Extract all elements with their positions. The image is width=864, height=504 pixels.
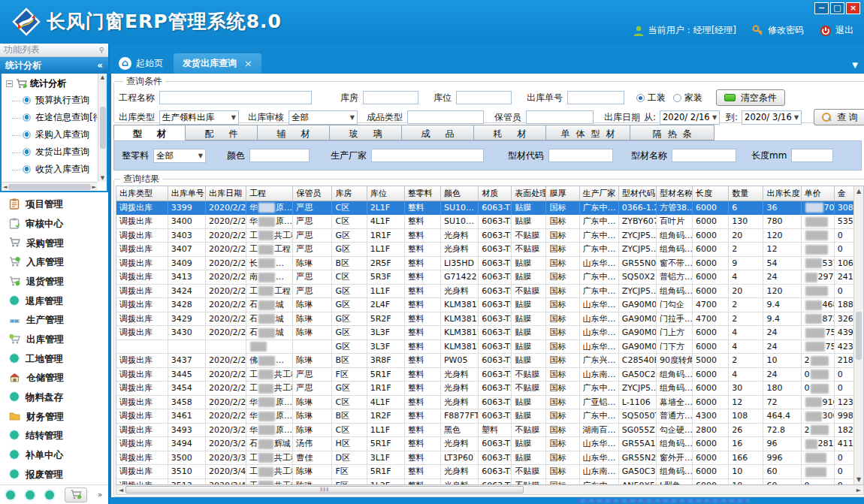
table-row[interactable]: 调拨出库35102020/3/4工共工程陈琳F区5R1F整料光身料6063-T5… [116,465,863,479]
table-row[interactable]: 调拨出库35122020/3/4工共工程陈琳F区1L2F整料光身料6063-T5… [116,478,863,484]
date-to-picker[interactable]: 2020/ 3/16▼ [742,110,802,125]
table-vertical-scrollbar[interactable]: ▲▼ [853,186,863,484]
color-input[interactable] [249,149,310,162]
table-row[interactable]: 调拨出库34002020/2/25华原…严思C区4L1F整料SU10…6063-… [116,215,863,229]
table-row[interactable]: G区3L3F整料KLM38176063-T5贴膜国标山东华…GA90M09.门下… [116,340,863,354]
project-name-input[interactable] [159,91,312,104]
table-row[interactable]: 调拨出库34092020/2/25长…陈琳B区2R5F整料LI35HD6063-… [116,256,863,270]
search-button[interactable]: 查 询 [814,109,864,125]
table-row[interactable]: 调拨出库34612020/2/28华原…陈琳B区1R2F整料F8877FT606… [116,409,863,424]
change-password[interactable]: 修改密码 [752,24,804,37]
sidebar-item-项目管理[interactable]: 项目管理 [0,195,108,215]
tab-close-icon[interactable]: × [244,58,252,69]
table-row[interactable]: 调拨出库34302020/2/26石城陈琳G区3L3F整料KLM38176063… [116,326,863,340]
column-header[interactable]: 出库单号 [168,186,205,201]
scroll-left-icon[interactable]: ◄ [119,487,123,493]
zhengling-select[interactable]: 全部▼ [153,149,206,163]
scroll-up-icon[interactable]: ▲ [101,74,104,80]
tab-overflow-chevron-icon[interactable]: ▼ [852,61,858,69]
tree-vertical-scrollbar[interactable]: ▲▼ [98,74,107,182]
product-type-input[interactable] [407,110,484,124]
warehouse-input[interactable] [363,91,418,104]
sidebar-item-审核中心[interactable]: 审核中心 [0,215,108,234]
table-row[interactable]: 调拨出库34132020/2/26南…严思C区5R3F整料G714226063-… [116,270,863,285]
column-header[interactable]: 出库日期 [205,186,246,201]
horizontal-scroll-thumb[interactable]: ⦀⦀⦀ [125,486,524,493]
table-horizontal-scrollbar[interactable]: ◄ ⦀⦀⦀ ► [116,484,864,495]
scroll-right-icon[interactable]: ► [856,487,861,493]
sidebar-item-工地管理[interactable]: 工地管理 [0,349,108,369]
scroll-up-icon[interactable]: ▲ [856,188,861,195]
out-audit-select[interactable]: 全部▼ [289,110,358,125]
table-row[interactable]: 调拨出库35002020/3/3工共工程曹佳D区3L1F整料LT3P606063… [116,451,863,465]
profile-code-input[interactable] [548,149,613,162]
sidebar-item-采购管理[interactable]: 采购管理 [0,234,108,253]
table-row[interactable]: 调拨出库34372020/2/27佛…陈琳B区3R8F整料PW056063-T5… [116,354,863,368]
sidebar-item-生产管理[interactable]: 生产管理 [0,311,108,330]
pin-icon[interactable]: ⚲ [99,46,104,54]
cart-module-button[interactable] [65,487,87,502]
column-header[interactable]: 库位 [367,186,404,201]
tab-shipping-outbound-query[interactable]: 发货出库查询 × [174,53,261,74]
column-header[interactable]: 颜色 [440,186,478,201]
scroll-left-icon[interactable]: ◄ [3,184,7,190]
column-header[interactable]: 单价 [801,186,834,201]
sidebar-item-补单中心[interactable]: 补单中心 [0,446,108,466]
tab-home[interactable]: ⌂ 起始页 [113,53,174,74]
tree-item[interactable]: 采购入库查询 [3,126,97,143]
scroll-down-icon[interactable]: ▼ [101,175,104,181]
sidebar-item-物料盘存[interactable]: 物料盘存 [0,388,108,408]
location-input[interactable] [456,91,512,104]
table-row[interactable]: 调拨出库34932020/3/2华原…陈琳C区1L1F整料黑色塑料不贴膜国标湖南… [116,423,863,437]
column-header[interactable]: 长度 [693,186,729,201]
date-from-picker[interactable]: 2020/ 2/16▼ [660,110,720,125]
out-type-select[interactable]: 生产领料出库▼ [159,110,239,125]
tree-root-statistics[interactable]: − 统计分析 [3,75,97,92]
table-row[interactable]: 调拨出库33992020/2/25华原…严思C区2L1F整料SU10…6063-… [116,201,863,215]
maximize-button[interactable]: □ [830,2,844,14]
table-row[interactable]: 调拨出库34032020/2/25工共工程严思G区1R1F整料光身料6063-T… [116,228,863,243]
vertical-scroll-thumb[interactable] [856,312,862,360]
tree-item[interactable]: 收货入库查询 [3,161,97,178]
column-header[interactable]: 材质 [479,186,512,201]
column-header[interactable]: 型材名称 [656,186,692,201]
module-dot-icon[interactable] [45,490,54,499]
column-header[interactable]: 保管员 [293,186,332,201]
column-header[interactable]: 出库类型 [116,186,168,201]
column-header[interactable]: 表面处理 [512,186,546,201]
column-header[interactable]: 库房 [332,186,367,201]
table-row[interactable]: 调拨出库34292020/2/26石城陈琳G区5R2F整料KLM38176063… [116,312,863,326]
keeper-input[interactable] [526,110,594,124]
tree-horizontal-scrollbar[interactable]: ◄► [2,182,98,191]
tree-item[interactable]: 预算执行查询 [3,92,97,109]
sidebar-item-退货管理[interactable]: 退货管理 [0,273,108,292]
tree-item[interactable]: 发货出库查询 [3,143,97,161]
profile-name-input[interactable] [672,149,736,162]
minimize-button[interactable]: − [814,2,829,14]
tree-expander-icon[interactable]: − [6,80,13,87]
table-row[interactable]: 调拨出库34542020/2/28工共工程严思G区1R1F整料光身料6063-T… [116,382,863,396]
close-button[interactable]: × [846,2,860,14]
collapse-icon[interactable]: « [97,60,103,71]
sidebar-item-报废管理[interactable]: 报废管理 [0,465,108,484]
sidebar-item-入库管理[interactable]: 入库管理 [0,253,108,273]
length-input[interactable] [791,149,833,162]
sidebar-item-出库管理[interactable]: 出库管理 [0,330,108,350]
table-row[interactable]: 调拨出库34942020/3/2石辉城汤伟H区5R1F整料光身料6063-T5贴… [116,437,863,451]
column-header[interactable]: 型材代码 [618,186,656,201]
manufacturer-input[interactable] [371,149,484,162]
more-modules-chevron[interactable]: » [98,490,103,499]
module-dot-icon[interactable] [6,490,15,499]
logout[interactable]: 退出 [820,24,853,37]
column-header[interactable]: 生产厂家 [579,186,618,201]
sidebar-item-仓储管理[interactable]: 仓储管理 [0,369,108,388]
column-header[interactable]: 工程 [246,186,293,201]
table-row[interactable]: 调拨出库34452020/2/27工共工程严思F区5R1F整料光身料6063-T… [116,367,863,382]
column-header[interactable]: 整零料 [404,186,440,201]
module-dot-icon[interactable] [26,490,35,499]
table-row[interactable]: 调拨出库34282020/2/26石城陈琳G区2L4F整料KLM38176063… [116,298,863,312]
sidebar-section-statistics[interactable]: 统计分析 « [0,57,108,74]
sidebar-item-财务管理[interactable]: 财务管理 [0,407,108,427]
clear-conditions-button[interactable]: 清空条件 [716,89,785,106]
column-header[interactable]: 数量 [729,186,763,201]
